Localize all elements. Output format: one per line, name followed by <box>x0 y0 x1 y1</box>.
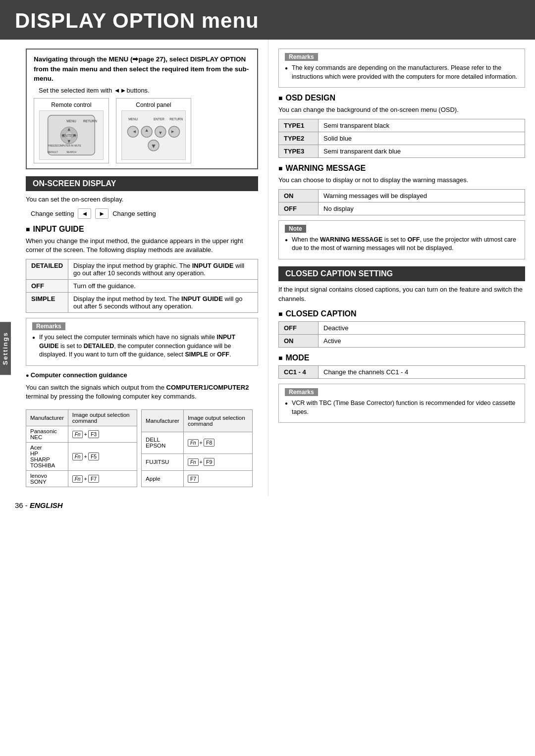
footer-suffix: ENGLISH <box>30 501 63 509</box>
warning-message-body: You can choose to display or not to disp… <box>278 176 525 185</box>
input-guide-section: INPUT GUIDE When you change the input me… <box>26 225 258 366</box>
closed-caption-header: CLOSED CAPTION <box>278 309 525 318</box>
input-guide-body: When you change the input method, the gu… <box>26 237 258 255</box>
mode-header: MODE <box>278 353 525 362</box>
cc-off-value: Deactive <box>319 322 525 335</box>
table-row: CC1 - 4 Change the channels CC1 - 4 <box>279 366 525 379</box>
cmd-fn-f3: Fn + F3 <box>68 426 137 443</box>
list-item: If you select the computer terminals whi… <box>32 333 252 359</box>
cmd-fn-f9: Fn + F9 <box>183 454 252 471</box>
right-remarks-box: Remarks The key commands are depending o… <box>278 49 525 88</box>
mode-section: MODE CC1 - 4 Change the channels CC1 - 4… <box>278 353 525 423</box>
panel-image: MENU ENTER RETURN <box>121 110 186 160</box>
osd-design-table: TYPE1 Semi transparent black TYPE2 Solid… <box>278 119 525 158</box>
key-combo-fn-f3: Fn + F3 <box>72 430 99 438</box>
input-guide-header: INPUT GUIDE <box>26 225 258 234</box>
f5-key: F5 <box>88 453 99 460</box>
off-key: OFF <box>279 202 319 215</box>
detailed-key: DETAILED <box>26 259 68 280</box>
table-row: SIMPLE Display the input method by text.… <box>26 293 258 313</box>
table-row: OFF Deactive <box>279 322 525 335</box>
mfr-dell-epson: DELLEPSON <box>142 432 184 454</box>
table-row: TYPE1 Semi transparent black <box>279 119 525 132</box>
table-row: ON Warning messages will be displayed <box>279 189 525 202</box>
f7-only-key: F7 <box>188 475 199 483</box>
svg-text:MENU: MENU <box>128 117 138 121</box>
f9-key: F9 <box>204 458 214 466</box>
svg-text:RETURN: RETURN <box>83 119 97 123</box>
table-row: Manufacturer Image output selection comm… <box>26 410 137 426</box>
svg-text:ENTER: ENTER <box>154 117 164 121</box>
fn-key: Fn <box>72 431 83 438</box>
mfr-acer-hp: AcerHPSHARPTOSHIBA <box>26 443 68 471</box>
warning-message-header: WARNING MESSAGE <box>278 164 525 173</box>
off-value: No display <box>319 202 525 215</box>
fn-key: Fn <box>72 453 83 460</box>
f3-key: F3 <box>88 430 99 438</box>
input-guide-table: DETAILED Display the input method by gra… <box>26 259 258 313</box>
mode-table: CC1 - 4 Change the channels CC1 - 4 <box>278 365 525 379</box>
table-row: FUJITSU Fn + F9 <box>142 454 253 471</box>
table-row: ON Active <box>279 335 525 348</box>
on-value: Warning messages will be displayed <box>319 189 525 202</box>
cmd-fn-f7: Fn + F7 <box>68 471 137 487</box>
diagram-area: Remote control MENU RETURN ENTER <box>34 98 250 163</box>
mfr-apple: Apple <box>142 470 184 487</box>
closed-caption-section: CLOSED CAPTION OFF Deactive ON Active <box>278 309 525 348</box>
table-row: TYPE3 Semi transparent dark blue <box>279 145 525 157</box>
warning-message-table: ON Warning messages will be displayed OF… <box>278 189 525 215</box>
panel-svg: MENU ENTER RETURN <box>124 113 183 157</box>
table-row: DELLEPSON Fn + F8 <box>142 432 253 454</box>
right-arrow-btn[interactable]: ► <box>95 208 108 219</box>
type2-value: Solid blue <box>319 132 525 145</box>
left-column: Navigating through the MENU (➡page 27), … <box>11 40 268 496</box>
type1-value: Semi transparent black <box>319 119 525 132</box>
cmd-fn-f5: Fn + F5 <box>68 443 137 471</box>
off-value: Turn off the guidance. <box>68 280 258 293</box>
table-row: OFF No display <box>279 202 525 215</box>
type2-key: TYPE2 <box>279 132 319 145</box>
f8-key: F8 <box>204 439 214 447</box>
closed-caption-setting-header: CLOSED CAPTION SETTING <box>278 266 525 281</box>
right-column: Remarks The key commands are depending o… <box>268 40 535 496</box>
remote-control-diagram: Remote control MENU RETURN ENTER <box>34 98 109 163</box>
mode-remarks-box: Remarks VCR with TBC (Time Base Correcto… <box>278 384 525 423</box>
input-guide-remarks: Remarks If you select the computer termi… <box>26 318 258 366</box>
on-screen-display-section: ON-SCREEN DISPLAY You can set the on-scr… <box>26 176 258 219</box>
intro-box: Navigating through the MENU (➡page 27), … <box>26 49 258 169</box>
table-row: AcerHPSHARPTOSHIBA Fn + F5 <box>26 443 137 471</box>
mfr-fujitsu: FUJITSU <box>142 454 184 471</box>
osd-design-section: OSD DESIGN You can change the background… <box>278 94 525 158</box>
svg-point-19 <box>155 126 166 137</box>
list-item: When the WARNING MESSAGE is set to OFF, … <box>285 236 519 253</box>
mfr-panasonic-nec: PanasonicNEC <box>26 426 68 443</box>
closed-caption-setting-section: CLOSED CAPTION SETTING If the input sign… <box>278 266 525 304</box>
list-item: VCR with TBC (Time Base Corrector) funct… <box>285 399 519 416</box>
cc1-4-key: CC1 - 4 <box>279 366 319 379</box>
warning-note-box: Note When the WARNING MESSAGE is set to … <box>278 220 525 259</box>
intro-bullet: Set the selected item with ◄►buttons. <box>39 87 250 94</box>
svg-point-17 <box>127 126 138 137</box>
table-row: Manufacturer Image output selection comm… <box>142 410 253 432</box>
comp-table-2: Manufacturer Image output selection comm… <box>141 409 253 487</box>
key-combo-fn-f5: Fn + F5 <box>72 453 99 460</box>
off-key: OFF <box>26 280 68 293</box>
table-row: TYPE2 Solid blue <box>279 132 525 145</box>
type3-key: TYPE3 <box>279 145 319 157</box>
cc-on-value: Active <box>319 335 525 348</box>
type3-value: Semi transparent dark blue <box>319 145 525 157</box>
closed-caption-table: OFF Deactive ON Active <box>278 321 525 348</box>
remote-svg: MENU RETURN ENTER FREEZE <box>42 113 101 157</box>
on-key: ON <box>279 189 319 202</box>
col-manufacturer: Manufacturer <box>26 410 68 426</box>
list-item: The key commands are depending on the ma… <box>285 64 519 81</box>
key-combo-fn-f8: Fn + F8 <box>188 439 214 447</box>
osd-design-header: OSD DESIGN <box>278 94 525 102</box>
computer-connection-body: You can switch the signals which output … <box>26 383 258 402</box>
col-manufacturer: Manufacturer <box>142 410 184 432</box>
fn-key: Fn <box>72 475 83 483</box>
left-arrow-btn[interactable]: ◄ <box>78 208 91 219</box>
key-combo-fn-f9: Fn + F9 <box>188 458 214 466</box>
table-row: lenovoSONY Fn + F7 <box>26 471 137 487</box>
computer-tables: Manufacturer Image output selection comm… <box>26 405 258 487</box>
